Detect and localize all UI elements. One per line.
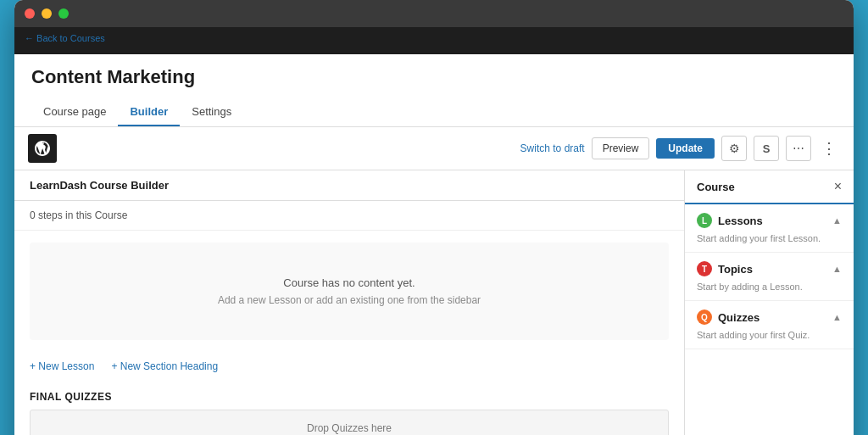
course-builder-title: LearnDash Course Builder xyxy=(14,170,684,201)
page-title: Content Marketing xyxy=(31,66,837,88)
sidebar-lessons-header: L Lessons ▲ xyxy=(697,213,842,228)
tab-settings[interactable]: Settings xyxy=(180,98,243,126)
lessons-description: Start adding your first Lesson. xyxy=(697,233,842,243)
switch-to-draft-button[interactable]: Switch to draft xyxy=(520,142,585,154)
lessons-icon: L xyxy=(697,213,712,228)
sidebar-title: Course xyxy=(697,181,735,193)
gear-button[interactable]: ⚙ xyxy=(721,136,747,161)
preview-button[interactable]: Preview xyxy=(592,137,650,159)
sidebar-header: Course × xyxy=(685,170,854,204)
quizzes-icon: Q xyxy=(697,310,712,325)
tab-course-page[interactable]: Course page xyxy=(31,98,118,126)
editor-toolbar: Switch to draft Preview Update ⚙ S ⋯ ⋮ xyxy=(14,127,854,170)
final-quizzes-title: FINAL QUIZZES xyxy=(30,391,669,403)
toolbar-left xyxy=(28,134,57,163)
update-button[interactable]: Update xyxy=(656,138,715,159)
empty-course-title: Course has no content yet. xyxy=(47,276,652,289)
add-section-heading-link[interactable]: + New Section Heading xyxy=(111,360,218,372)
back-to-courses-link[interactable]: ← Back to Courses xyxy=(25,33,105,43)
lessons-label: Lessons xyxy=(718,215,763,227)
page-header: Content Marketing Course page Builder Se… xyxy=(14,54,854,127)
quiz-drop-zone: Drop Quizzes here xyxy=(30,410,669,435)
steps-info: 0 steps in this Course xyxy=(14,201,684,231)
wp-admin: ← Back to Courses Content Marketing Cour… xyxy=(14,27,854,435)
close-dot[interactable] xyxy=(25,8,35,19)
empty-course-subtitle: Add a new Lesson or add an existing one … xyxy=(47,294,652,306)
empty-course-area: Course has no content yet. Add a new Les… xyxy=(30,243,669,340)
sidebar-topics-section: T Topics ▲ Start by adding a Lesson. xyxy=(685,253,854,301)
tabs-nav: Course page Builder Settings xyxy=(31,98,837,126)
wp-logo-icon xyxy=(34,140,51,157)
course-builder-content: LearnDash Course Builder 0 steps in this… xyxy=(14,170,684,435)
main-window: ← Back to Courses Content Marketing Cour… xyxy=(14,0,854,435)
minimize-dot[interactable] xyxy=(42,8,52,19)
maximize-dot[interactable] xyxy=(58,8,69,19)
topics-label: Topics xyxy=(718,263,753,276)
dots-menu-button[interactable]: ⋮ xyxy=(818,139,840,158)
more-icon-button[interactable]: ⋯ xyxy=(786,136,811,161)
topics-icon: T xyxy=(697,261,712,276)
sidebar-quizzes-header: Q Quizzes ▲ xyxy=(697,310,842,325)
topics-description: Start by adding a Lesson. xyxy=(697,282,842,292)
wp-topbar: ← Back to Courses xyxy=(14,27,854,54)
quizzes-description: Start adding your first Quiz. xyxy=(697,330,842,340)
lessons-chevron[interactable]: ▲ xyxy=(832,215,842,226)
toolbar-right: Switch to draft Preview Update ⚙ S ⋯ ⋮ xyxy=(520,136,840,161)
topics-chevron[interactable]: ▲ xyxy=(832,264,842,274)
final-quizzes-section: FINAL QUIZZES Drop Quizzes here + New Qu… xyxy=(14,381,684,435)
wp-logo xyxy=(28,134,57,163)
sidebar-quizzes-section: Q Quizzes ▲ Start adding your first Quiz… xyxy=(685,301,854,349)
sidebar-close-button[interactable]: × xyxy=(834,179,842,194)
sidebar-topics-title: T Topics xyxy=(697,261,753,276)
quizzes-label: Quizzes xyxy=(718,311,760,324)
quizzes-chevron[interactable]: ▲ xyxy=(832,312,842,322)
titlebar xyxy=(14,0,854,27)
add-new-lesson-link[interactable]: + New Lesson xyxy=(30,360,94,372)
sidebar-quizzes-title: Q Quizzes xyxy=(697,310,760,325)
sidebar-lessons-section: L Lessons ▲ Start adding your first Less… xyxy=(685,204,854,253)
sidebar-topics-header: T Topics ▲ xyxy=(697,261,842,276)
add-links: + New Lesson + New Section Heading xyxy=(14,352,684,381)
main-wrapper: LearnDash Course Builder 0 steps in this… xyxy=(14,170,854,435)
course-sidebar: Course × L Lessons ▲ Start adding your f… xyxy=(684,170,854,435)
tab-builder[interactable]: Builder xyxy=(118,98,180,126)
sidebar-lessons-title: L Lessons xyxy=(697,213,763,228)
s-icon-button[interactable]: S xyxy=(754,136,779,161)
